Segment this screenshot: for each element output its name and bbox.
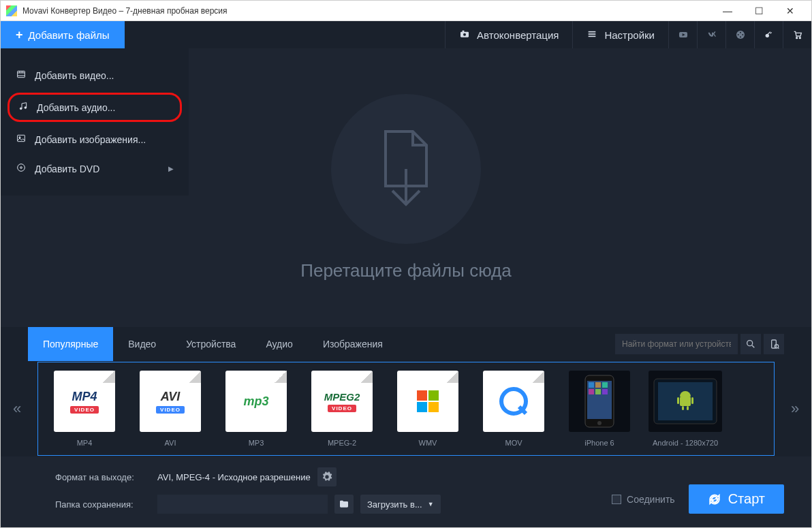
format-mov[interactable]: MOV xyxy=(477,371,550,447)
format-iphone6[interactable]: iPhone 6 xyxy=(563,371,636,447)
format-mpeg2[interactable]: MPEG2VIDEO MPEG-2 xyxy=(305,371,379,447)
svg-point-12 xyxy=(737,34,738,35)
format-android[interactable]: Android - 1280x720 xyxy=(649,371,722,447)
add-dvd-label: Добавить DVD xyxy=(35,164,99,174)
svg-rect-39 xyxy=(428,402,439,412)
output-settings-button[interactable] xyxy=(317,467,337,486)
add-dvd-item[interactable]: Добавить DVD ▶ xyxy=(1,154,189,183)
svg-rect-56 xyxy=(687,406,689,410)
checkbox-icon xyxy=(612,495,621,504)
youtube-icon-button[interactable] xyxy=(668,21,697,48)
format-search-input[interactable] xyxy=(615,334,738,354)
output-format-label: Формат на выходе: xyxy=(55,472,151,482)
output-format-value: AVI, MPEG-4 - Исходное разрешение xyxy=(157,472,311,482)
device-detect-button[interactable] xyxy=(764,334,784,354)
titlebar: Movavi Конвертер Видео – 7-дневная пробн… xyxy=(1,1,811,21)
chevron-right-icon: ▶ xyxy=(168,165,174,172)
svg-point-28 xyxy=(18,164,25,172)
formats-section: Популярные Видео Устройства Аудио Изобра… xyxy=(1,327,811,456)
reel-icon-button[interactable] xyxy=(725,21,754,48)
svg-rect-49 xyxy=(602,389,608,394)
svg-rect-54 xyxy=(691,397,693,404)
autoconvert-label: Автоконвертация xyxy=(477,29,559,41)
svg-rect-37 xyxy=(428,390,439,401)
window-title: Movavi Конвертер Видео – 7-дневная пробн… xyxy=(22,6,712,16)
search-button[interactable] xyxy=(740,334,761,354)
add-audio-item[interactable]: Добавить аудио... xyxy=(7,93,182,122)
upload-to-select[interactable]: Загрузить в... ▼ xyxy=(360,495,441,514)
iphone-icon xyxy=(584,374,615,429)
add-images-item[interactable]: Добавить изображения... xyxy=(1,125,189,154)
add-files-label: Добавить файлы xyxy=(29,29,110,41)
svg-rect-38 xyxy=(417,402,427,412)
svg-rect-33 xyxy=(772,340,777,348)
close-button[interactable]: ✕ xyxy=(775,1,806,20)
svg-rect-36 xyxy=(417,390,427,401)
refresh-icon xyxy=(708,493,721,506)
main-toolbar: + Добавить файлы Автоконвертация Настрой… xyxy=(1,21,811,48)
windows-logo-icon xyxy=(414,388,441,415)
browse-folder-button[interactable] xyxy=(334,495,354,514)
svg-rect-44 xyxy=(589,382,594,388)
settings-label: Настройки xyxy=(604,29,655,41)
add-video-item[interactable]: Добавить видео... xyxy=(1,61,189,90)
svg-point-31 xyxy=(747,341,753,346)
cart-icon-button[interactable] xyxy=(783,21,811,48)
svg-rect-52 xyxy=(680,397,691,406)
start-button[interactable]: Старт xyxy=(689,484,784,514)
svg-line-35 xyxy=(778,347,779,348)
tab-audio[interactable]: Аудио xyxy=(251,327,308,361)
image-icon xyxy=(16,133,27,146)
add-video-label: Добавить видео... xyxy=(35,70,114,81)
svg-point-17 xyxy=(799,37,800,39)
format-carousel: MP4VIDEO MP4 AVIVIDEO AVI mp3 MP3 MPEG2V… xyxy=(37,362,775,456)
autoconvert-button[interactable]: Автоконвертация xyxy=(445,21,572,48)
chevron-down-icon: ▼ xyxy=(428,501,434,508)
minimize-button[interactable]: — xyxy=(712,1,743,20)
tab-images[interactable]: Изображения xyxy=(308,327,398,361)
carousel-next-button[interactable]: » xyxy=(781,361,809,456)
format-tabs: Популярные Видео Устройства Аудио Изобра… xyxy=(28,327,784,361)
format-avi[interactable]: AVIVIDEO AVI xyxy=(134,371,207,447)
vk-icon-button[interactable] xyxy=(697,21,725,48)
svg-rect-48 xyxy=(595,389,601,394)
svg-point-25 xyxy=(25,107,27,109)
maximize-button[interactable]: ☐ xyxy=(743,1,775,20)
svg-rect-26 xyxy=(18,135,25,141)
tab-devices[interactable]: Устройства xyxy=(171,327,251,361)
carousel-prev-button[interactable]: « xyxy=(3,361,31,456)
plus-icon: + xyxy=(16,28,23,42)
music-icon xyxy=(18,101,29,114)
svg-rect-47 xyxy=(589,389,594,394)
app-icon xyxy=(6,5,17,16)
add-files-dropdown: Добавить видео... Добавить аудио... Доба… xyxy=(1,48,189,196)
hamburger-icon xyxy=(587,29,597,42)
svg-line-32 xyxy=(752,345,754,347)
svg-rect-45 xyxy=(595,382,601,388)
svg-point-11 xyxy=(740,36,741,37)
settings-button[interactable]: Настройки xyxy=(572,21,668,48)
svg-point-24 xyxy=(20,108,22,110)
quicktime-icon xyxy=(499,386,529,416)
add-files-button[interactable]: + Добавить файлы xyxy=(1,21,125,48)
tab-video[interactable]: Видео xyxy=(113,327,171,361)
join-checkbox[interactable]: Соединить xyxy=(612,494,675,505)
disc-icon xyxy=(16,162,27,175)
add-audio-label: Добавить аудио... xyxy=(37,102,115,113)
format-mp4[interactable]: MP4VIDEO MP4 xyxy=(48,371,121,447)
svg-point-10 xyxy=(742,34,743,35)
save-folder-input[interactable] xyxy=(157,495,328,514)
dropzone-text: Перетащите файлы сюда xyxy=(300,260,512,281)
add-images-label: Добавить изображения... xyxy=(35,134,146,145)
format-wmv[interactable]: WMV xyxy=(391,371,465,447)
svg-point-9 xyxy=(740,32,741,33)
svg-point-29 xyxy=(20,167,22,169)
svg-rect-46 xyxy=(602,382,608,388)
key-icon-button[interactable] xyxy=(754,21,783,48)
format-mp3[interactable]: mp3 MP3 xyxy=(219,371,293,447)
camera-icon xyxy=(459,29,470,42)
svg-point-43 xyxy=(597,421,602,425)
tab-popular[interactable]: Популярные xyxy=(28,327,113,361)
svg-point-16 xyxy=(796,37,797,39)
dropzone-circle xyxy=(331,94,481,244)
